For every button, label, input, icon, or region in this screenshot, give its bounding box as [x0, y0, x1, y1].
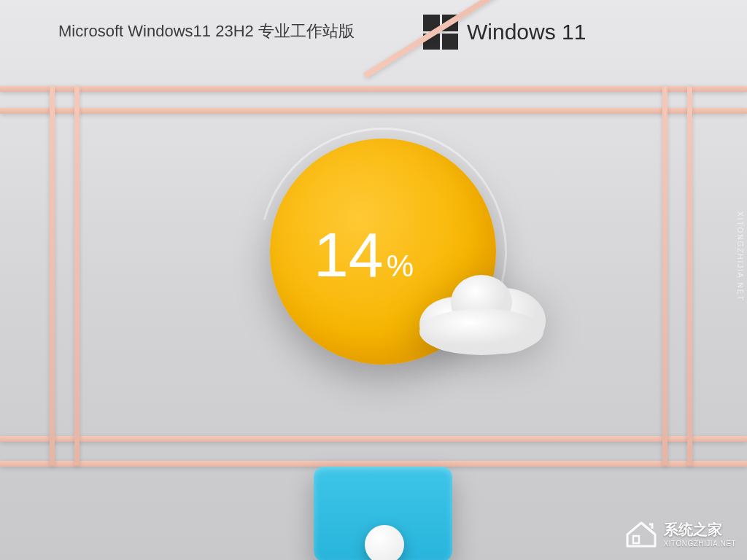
- svg-point-3: [419, 308, 543, 355]
- frame-bar: [0, 86, 747, 92]
- frame-bar: [0, 461, 747, 467]
- frame-bar: [0, 108, 747, 114]
- frame-bar: [74, 86, 80, 465]
- house-icon: [624, 518, 658, 549]
- svg-rect-4: [633, 536, 639, 543]
- watermark-text: 系统之家 XITONGZHIJIA.NET: [664, 520, 737, 548]
- frame-bar: [662, 86, 667, 465]
- watermark: 系统之家 XITONGZHIJIA.NET: [624, 518, 737, 549]
- watermark-sub: XITONGZHIJIA.NET: [664, 540, 737, 548]
- cloud-icon: [409, 262, 554, 357]
- frame-bar: [50, 86, 55, 465]
- side-watermark: XITONGZHIJIA.NET: [736, 211, 744, 302]
- frame-bar: [0, 436, 747, 442]
- progress-value: 14: [314, 219, 384, 291]
- watermark-main: 系统之家: [664, 520, 737, 540]
- progress-percent: 14 %: [314, 219, 414, 291]
- frame-bar: [687, 86, 692, 465]
- white-sphere: [365, 525, 404, 560]
- header-title: Microsoft Windows11 23H2 专业工作站版: [58, 20, 355, 42]
- windows-logo-text: Windows 11: [467, 20, 586, 44]
